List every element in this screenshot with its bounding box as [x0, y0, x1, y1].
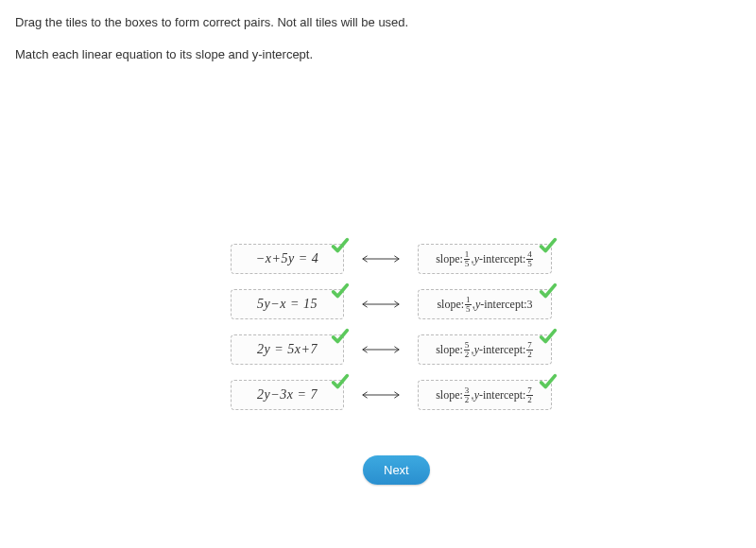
double-arrow-icon	[350, 252, 412, 265]
equation-tile[interactable]: 2y−3x = 7	[231, 380, 344, 410]
instructions: Drag the tiles to the boxes to form corr…	[0, 0, 756, 63]
check-icon	[538, 326, 558, 347]
answer-tile[interactable]: slope: 32 , y-intercept: 72	[418, 380, 552, 410]
equation-text: −x+5y = 4	[256, 251, 318, 266]
instruction-line-1: Drag the tiles to the boxes to form corr…	[15, 13, 741, 32]
answer-text: slope: 15 , y-intercept: 3	[437, 296, 532, 314]
check-icon	[330, 326, 351, 347]
answer-text: slope: 15 , y-intercept: 45	[436, 250, 534, 268]
next-button[interactable]: Next	[363, 455, 430, 485]
answer-text: slope: 52 , y-intercept: 72	[436, 341, 534, 359]
pair-row: 5y−x = 15 slope: 15 , y-intercept: 3	[231, 289, 552, 319]
double-arrow-icon	[350, 343, 412, 356]
pair-row: −x+5y = 4 slope: 15 , y-intercept: 45	[231, 244, 552, 274]
check-icon	[538, 235, 558, 256]
check-icon	[330, 235, 351, 256]
answer-tile[interactable]: slope: 15 , y-intercept: 45	[418, 244, 552, 274]
pair-row: 2y = 5x+7 slope: 52 , y-intercept: 72	[231, 334, 552, 365]
answer-tile[interactable]: slope: 52 , y-intercept: 72	[418, 334, 552, 365]
answer-tile[interactable]: slope: 15 , y-intercept: 3	[418, 289, 552, 319]
check-icon	[330, 281, 351, 301]
double-arrow-icon	[350, 388, 412, 402]
equation-tile[interactable]: 5y−x = 15	[231, 289, 344, 319]
double-arrow-icon	[350, 298, 412, 311]
check-icon	[538, 371, 558, 392]
equation-tile[interactable]: −x+5y = 4	[231, 244, 344, 274]
check-icon	[538, 281, 558, 301]
check-icon	[330, 371, 351, 392]
instruction-line-2: Match each linear equation to its slope …	[15, 45, 741, 64]
equation-text: 5y−x = 15	[257, 297, 318, 312]
matching-workspace: −x+5y = 4 slope: 15 , y-intercept: 45 5y…	[231, 244, 552, 425]
answer-text: slope: 32 , y-intercept: 72	[436, 386, 534, 404]
equation-tile[interactable]: 2y = 5x+7	[231, 334, 344, 365]
equation-text: 2y−3x = 7	[257, 387, 318, 402]
pair-row: 2y−3x = 7 slope: 32 , y-intercept: 72	[231, 380, 552, 410]
equation-text: 2y = 5x+7	[257, 342, 318, 357]
